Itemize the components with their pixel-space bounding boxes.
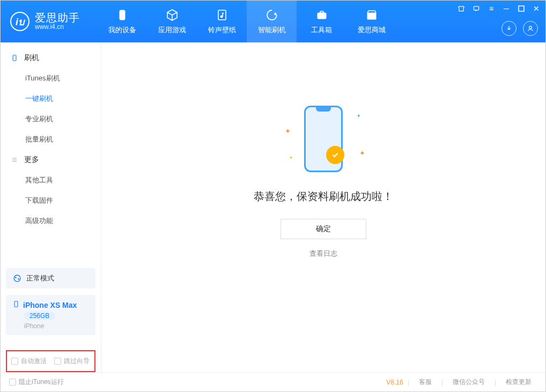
checkbox-block-itunes[interactable]: 阻止iTunes运行 bbox=[9, 378, 64, 387]
sidebar-item-pro[interactable]: 专业刷机 bbox=[1, 109, 101, 129]
svg-rect-12 bbox=[14, 301, 18, 307]
sparkle-icon: ✦ bbox=[285, 127, 291, 135]
sidebar-section-more: 更多 bbox=[1, 150, 101, 170]
sparkle-icon: ✦ bbox=[289, 155, 293, 160]
user-button[interactable] bbox=[523, 21, 538, 36]
svg-point-11 bbox=[18, 278, 19, 280]
tab-label: 应用游戏 bbox=[158, 25, 186, 35]
checkbox-auto-activate[interactable]: 自动激活 bbox=[11, 357, 47, 366]
main-content: ✦ ✦ ✦ ✦ 恭喜您，保资料刷机成功啦！ 确定 查看日志 bbox=[101, 42, 545, 372]
checkbox-label: 阻止iTunes运行 bbox=[19, 378, 64, 387]
device-mode-label: 正常模式 bbox=[26, 273, 54, 283]
footer-bar: 阻止iTunes运行 V8.16 | 客服 | 微信公众号 | 检查更新 bbox=[1, 372, 545, 391]
svg-point-10 bbox=[15, 277, 17, 278]
wechat-link[interactable]: 微信公众号 bbox=[447, 378, 490, 387]
ok-button[interactable]: 确定 bbox=[281, 219, 366, 239]
success-illustration: ✦ ✦ ✦ ✦ bbox=[286, 101, 361, 176]
main-tabs: 我的设备 应用游戏 铃声壁纸 智能刷机 工具箱 爱思商城 bbox=[97, 1, 396, 42]
sidebar: 刷机 iTunes刷机 一键刷机 专业刷机 批量刷机 更多 其他工具 下载固件 … bbox=[1, 42, 101, 372]
header-bar: iบ 爱思助手 www.i4.cn 我的设备 应用游戏 铃声壁纸 智能刷机 bbox=[1, 1, 545, 42]
phone-icon bbox=[115, 8, 129, 22]
tab-label: 智能刷机 bbox=[258, 25, 286, 35]
section-title: 更多 bbox=[24, 155, 39, 165]
svg-rect-0 bbox=[120, 10, 125, 20]
device-name: iPhone XS Max bbox=[12, 300, 89, 309]
list-icon bbox=[10, 156, 19, 164]
options-highlight-box: 自动激活 跳过向导 bbox=[6, 350, 95, 372]
header-right-icons bbox=[501, 21, 538, 36]
shirt-icon[interactable] bbox=[456, 4, 466, 13]
sidebar-item-other-tools[interactable]: 其他工具 bbox=[1, 170, 101, 190]
refresh-shield-icon bbox=[265, 8, 279, 22]
check-update-link[interactable]: 检查更新 bbox=[500, 378, 537, 387]
phone-outline-icon bbox=[10, 54, 19, 62]
svg-rect-5 bbox=[474, 6, 478, 10]
body: 刷机 iTunes刷机 一键刷机 专业刷机 批量刷机 更多 其他工具 下载固件 … bbox=[1, 42, 545, 372]
svg-point-9 bbox=[14, 275, 20, 282]
tab-ringtone[interactable]: 铃声壁纸 bbox=[197, 1, 247, 42]
sidebar-section-flash: 刷机 bbox=[1, 48, 101, 68]
capacity-badge: 256GB bbox=[24, 312, 55, 320]
sidebar-item-oneclick[interactable]: 一键刷机 bbox=[1, 88, 101, 109]
menu-icon[interactable]: ≡ bbox=[486, 4, 496, 13]
section-title: 刷机 bbox=[24, 53, 39, 63]
checkbox-label: 自动激活 bbox=[21, 357, 47, 366]
status-icon bbox=[12, 273, 22, 283]
cube-icon bbox=[165, 8, 179, 22]
logo-text: 爱思助手 www.i4.cn bbox=[35, 12, 80, 31]
footer-right: V8.16 | 客服 | 微信公众号 | 检查更新 bbox=[386, 378, 537, 387]
view-log-link[interactable]: 查看日志 bbox=[309, 249, 337, 258]
tab-label: 工具箱 bbox=[311, 25, 332, 35]
tab-apps[interactable]: 应用游戏 bbox=[147, 1, 197, 42]
svg-rect-8 bbox=[13, 55, 16, 61]
tab-label: 我的设备 bbox=[108, 25, 136, 35]
device-type: iPhone bbox=[24, 322, 89, 330]
app-title: 爱思助手 bbox=[35, 12, 80, 24]
tab-store[interactable]: 爱思商城 bbox=[346, 1, 396, 42]
phone-small-icon bbox=[12, 300, 20, 309]
device-mode-box[interactable]: 正常模式 bbox=[6, 268, 95, 289]
tab-my-device[interactable]: 我的设备 bbox=[97, 1, 147, 42]
support-link[interactable]: 客服 bbox=[414, 378, 437, 387]
download-button[interactable] bbox=[501, 21, 517, 36]
phone-illustration-icon bbox=[304, 106, 343, 172]
version-label: V8.16 bbox=[386, 379, 403, 386]
logo-icon: iบ bbox=[10, 12, 29, 31]
music-file-icon bbox=[215, 8, 229, 22]
sidebar-item-batch[interactable]: 批量刷机 bbox=[1, 129, 101, 150]
sidebar-item-advanced[interactable]: 高级功能 bbox=[1, 211, 101, 231]
tab-toolbox[interactable]: 工具箱 bbox=[297, 1, 346, 42]
app-window: iบ 爱思助手 www.i4.cn 我的设备 应用游戏 铃声壁纸 智能刷机 bbox=[0, 0, 546, 392]
sparkle-icon: ✦ bbox=[359, 149, 365, 157]
checkbox-skip-guide[interactable]: 跳过向导 bbox=[54, 357, 90, 366]
tab-flash[interactable]: 智能刷机 bbox=[247, 1, 297, 42]
device-name-text: iPhone XS Max bbox=[23, 301, 77, 309]
svg-point-7 bbox=[529, 26, 532, 29]
maximize-button[interactable] bbox=[517, 4, 526, 13]
success-message: 恭喜您，保资料刷机成功啦！ bbox=[254, 189, 393, 204]
tab-label: 爱思商城 bbox=[358, 25, 386, 35]
check-badge-icon bbox=[326, 146, 344, 164]
sparkle-icon: ✦ bbox=[357, 113, 361, 119]
svg-rect-1 bbox=[218, 10, 226, 20]
store-icon bbox=[365, 8, 379, 22]
minimize-button[interactable]: ─ bbox=[501, 4, 511, 13]
tab-label: 铃声壁纸 bbox=[208, 25, 236, 35]
checkbox-icon bbox=[11, 358, 18, 365]
toolbox-icon bbox=[315, 8, 329, 22]
app-subtitle: www.i4.cn bbox=[35, 24, 80, 31]
logo-block: iบ 爱思助手 www.i4.cn bbox=[1, 12, 90, 31]
close-button[interactable]: ✕ bbox=[532, 4, 541, 13]
svg-rect-4 bbox=[320, 11, 323, 13]
sidebar-item-firmware[interactable]: 下载固件 bbox=[1, 190, 101, 211]
feedback-icon[interactable] bbox=[471, 4, 481, 13]
checkbox-label: 跳过向导 bbox=[64, 357, 90, 366]
svg-rect-3 bbox=[318, 13, 326, 19]
svg-rect-6 bbox=[519, 6, 524, 11]
checkbox-icon bbox=[54, 358, 61, 365]
device-card[interactable]: iPhone XS Max 256GB iPhone bbox=[6, 295, 95, 335]
sidebar-item-itunes[interactable]: iTunes刷机 bbox=[1, 68, 101, 88]
svg-point-2 bbox=[220, 16, 223, 18]
checkbox-icon bbox=[9, 379, 16, 386]
window-controls: ≡ ─ ✕ bbox=[456, 4, 541, 13]
